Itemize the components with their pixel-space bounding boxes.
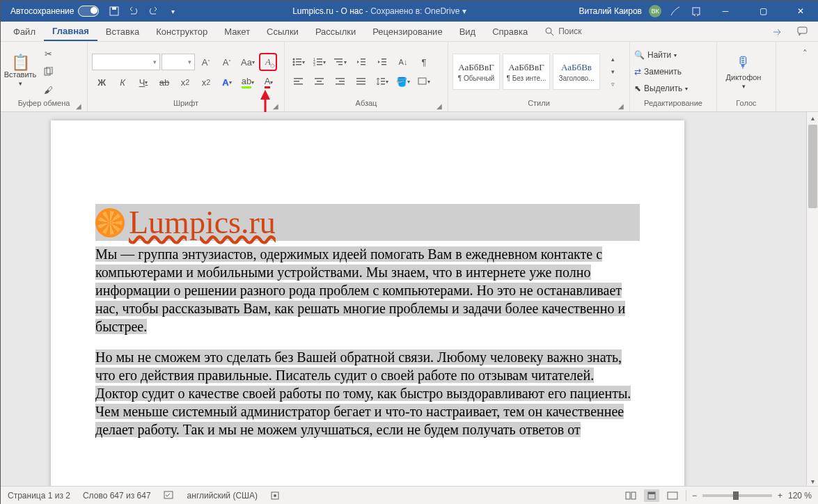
shading-button[interactable]: 🪣▾ [393,73,413,90]
svg-rect-14 [317,58,322,60]
change-case-button[interactable]: Aa▾ [238,54,258,70]
collapse-ribbon-button[interactable]: ˄ [795,45,815,61]
align-right-button[interactable] [331,73,350,90]
search-icon [544,26,554,36]
draw-mode-icon[interactable] [668,4,682,18]
decrease-indent-button[interactable] [352,54,371,70]
tab-references[interactable]: Ссылки [258,22,307,41]
italic-button[interactable]: К [113,74,132,90]
replace-button[interactable]: ⇄Заменить [634,64,688,79]
zoom-slider[interactable] [702,494,772,497]
tab-view[interactable]: Вид [451,22,485,41]
dictate-button[interactable]: 🎙 Диктофон ▾ [721,45,766,99]
svg-rect-41 [381,81,385,82]
dialog-launcher-icon[interactable]: ◢ [617,102,625,110]
status-words[interactable]: Слово 647 из 647 [83,491,151,501]
multilevel-list-button[interactable]: ▾ [331,54,350,70]
scrollbar-thumb[interactable] [808,125,817,208]
show-marks-button[interactable]: ¶ [414,54,434,70]
minimize-button[interactable]: ─ [710,1,741,22]
text-effects-button[interactable]: A▾ [217,74,237,90]
justify-button[interactable] [352,73,371,90]
numbering-button[interactable]: 123▾ [310,54,329,70]
style-heading1[interactable]: АаБбВвЗаголово... [553,54,600,90]
scroll-up-icon[interactable]: ▴ [807,112,818,123]
decrease-font-button[interactable]: A˅ [217,54,237,70]
align-center-button[interactable] [310,73,329,90]
status-page[interactable]: Страница 1 из 2 [8,491,70,501]
bold-button[interactable]: Ж [92,74,111,90]
superscript-button[interactable]: x2 [196,74,216,90]
dialog-launcher-icon[interactable]: ◢ [272,102,280,110]
borders-button[interactable]: ▾ [414,73,434,90]
status-language[interactable]: английский (США) [187,491,258,501]
tab-insert[interactable]: Вставка [97,22,148,41]
ribbon-options-icon[interactable] [689,4,703,18]
vertical-scrollbar[interactable]: ▴ ▾ [806,112,818,487]
title-dropdown-icon[interactable]: ▾ [462,6,466,16]
styles-scroll-up[interactable]: ▴ [603,53,622,65]
svg-rect-43 [418,78,426,84]
bullets-button[interactable]: ▾ [289,54,308,70]
redo-icon[interactable] [146,4,160,18]
autosave-toggle[interactable] [78,6,99,17]
autosave[interactable]: Автосохранение [1,6,99,17]
view-print-button[interactable] [644,489,659,502]
strikethrough-button[interactable]: ab [155,74,174,90]
share-button[interactable] [769,24,787,39]
close-button[interactable]: ✕ [785,1,816,22]
search-box[interactable]: Поиск [544,22,581,41]
font-size-select[interactable]: ▾ [162,54,195,70]
tab-design[interactable]: Конструктор [148,22,216,41]
sort-button[interactable]: A↓ [393,54,413,70]
font-color-button[interactable]: A▾ [259,74,278,90]
group-paragraph-label: Абзац [356,99,377,107]
user-name[interactable]: Виталий Каиров [579,6,642,16]
paste-button[interactable]: 📋 Вставить ▾ [5,45,36,99]
svg-rect-36 [336,84,345,85]
clear-formatting-button[interactable]: A◇ [259,53,277,71]
zoom-out-button[interactable]: − [692,491,697,501]
increase-font-button[interactable]: A˄ [196,54,216,70]
macro-icon[interactable] [270,491,280,501]
tab-help[interactable]: Справка [484,22,536,41]
copy-button[interactable] [38,63,58,80]
spellcheck-icon[interactable] [164,491,175,501]
dialog-launcher-icon[interactable]: ◢ [435,102,443,110]
tab-review[interactable]: Рецензирование [364,22,450,41]
zoom-in-button[interactable]: + [778,491,782,501]
select-button[interactable]: ⬉Выделить▾ [634,81,688,96]
style-no-spacing[interactable]: АаБбВвГ¶ Без инте... [503,54,550,90]
styles-scroll-down[interactable]: ▾ [603,65,622,78]
align-left-button[interactable] [289,73,308,90]
tab-layout[interactable]: Макет [216,22,258,41]
tab-home[interactable]: Главная [44,22,97,41]
find-button[interactable]: 🔍Найти▾ [634,47,688,63]
undo-icon[interactable] [127,4,141,18]
highlight-button[interactable]: ab▾ [238,74,258,90]
styles-gallery-expand[interactable]: ▿ [603,78,622,90]
format-painter-button[interactable]: 🖌 [38,81,58,98]
qat-more-icon[interactable]: ▾ [166,4,180,18]
font-family-select[interactable]: ▾ [92,54,160,70]
comments-button[interactable] [794,24,812,39]
increase-indent-button[interactable] [372,54,392,70]
subscript-button[interactable]: x2 [175,74,195,90]
zoom-level[interactable]: 120 % [788,491,812,501]
avatar[interactable]: ВК [649,5,661,17]
view-read-button[interactable] [623,489,638,502]
cut-button[interactable]: ✂ [38,45,58,62]
tab-file[interactable]: Файл [5,22,44,41]
svg-rect-39 [356,84,365,85]
style-normal[interactable]: АаБбВвГ¶ Обычный [453,54,500,90]
page[interactable]: Lumpics.ru Мы — группа энтузиастов, одер… [51,120,684,487]
save-icon[interactable] [107,4,121,18]
svg-rect-40 [381,78,385,79]
view-web-button[interactable] [665,489,680,502]
scroll-down-icon[interactable]: ▾ [807,475,818,487]
maximize-button[interactable]: ▢ [748,1,778,22]
dialog-launcher-icon[interactable]: ◢ [74,102,83,110]
underline-button[interactable]: Ч▾ [134,74,153,90]
line-spacing-button[interactable]: ▾ [372,73,392,90]
tab-mailings[interactable]: Рассылки [307,22,364,41]
